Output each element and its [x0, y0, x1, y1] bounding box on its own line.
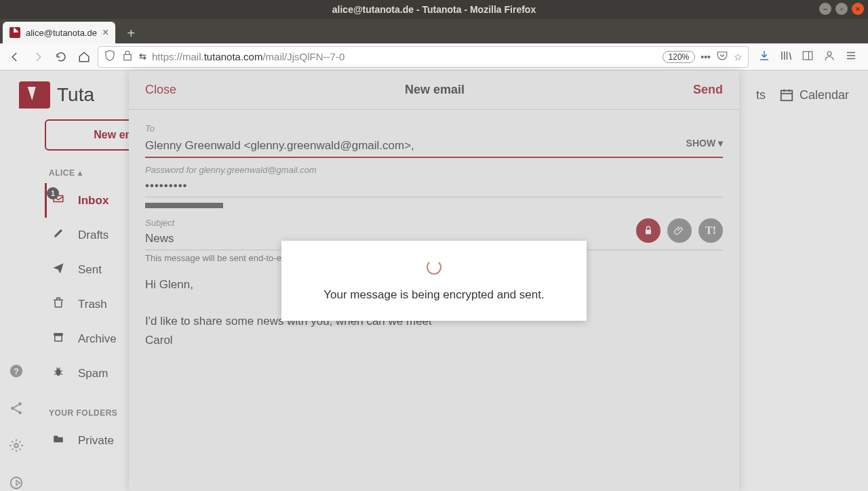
minimize-button[interactable]: –: [819, 3, 831, 15]
toolbar-right: [753, 50, 863, 64]
folder-label: Drafts: [78, 229, 108, 242]
paper-plane-icon: [52, 262, 67, 277]
home-button[interactable]: [75, 47, 94, 66]
library-icon[interactable]: [780, 50, 792, 64]
unread-badge: 1: [47, 187, 59, 199]
bookmark-star-icon[interactable]: ☆: [734, 52, 743, 62]
logo-text: Tuta: [57, 84, 94, 106]
lock-icon[interactable]: [121, 50, 134, 64]
svg-rect-12: [55, 336, 62, 341]
app-logo[interactable]: Tuta: [19, 81, 94, 109]
svg-rect-3: [781, 91, 793, 101]
url-text: https://mail.tutanota.com/mail/JjsQlFN--…: [152, 51, 344, 62]
browser-toolbar: ⇆ https://mail.tutanota.com/mail/JjsQlFN…: [0, 43, 868, 71]
svg-point-9: [14, 444, 18, 448]
calendar-link[interactable]: Calendar: [779, 87, 849, 102]
folder-label: Trash: [78, 298, 107, 311]
forward-button[interactable]: [28, 47, 47, 66]
share-icon[interactable]: [9, 401, 24, 419]
new-tab-button[interactable]: +: [121, 23, 141, 43]
settings-gear-icon[interactable]: [9, 438, 24, 456]
logout-icon[interactable]: [9, 475, 24, 491]
sending-dialog: Your message is being encrypted and sent…: [281, 241, 587, 321]
folder-icon: [52, 433, 67, 448]
zoom-badge[interactable]: 120%: [663, 51, 696, 63]
chevron-up-icon: ▴: [78, 168, 83, 178]
back-button[interactable]: [5, 47, 24, 66]
tab-title: alice@tutanota.de: [26, 28, 97, 38]
page-actions-icon[interactable]: •••: [701, 52, 711, 62]
close-window-button[interactable]: ×: [852, 3, 864, 15]
window-controls: – ▫ ×: [819, 3, 864, 15]
app-page: Tuta ts Calendar ?: [0, 71, 868, 491]
sidebar-toggle-icon[interactable]: [802, 50, 814, 64]
svg-text:?: ?: [14, 366, 19, 376]
pocket-icon[interactable]: [716, 50, 728, 64]
sending-message: Your message is being encrypted and sent…: [300, 288, 568, 302]
tab-favicon: [9, 27, 20, 38]
downloads-icon[interactable]: [758, 50, 770, 64]
shield-icon[interactable]: [104, 50, 116, 64]
contacts-link[interactable]: ts: [756, 88, 766, 102]
folder-label: Spam: [78, 367, 108, 380]
reload-button[interactable]: [52, 47, 71, 66]
trash-icon: [52, 296, 67, 312]
compose-modal: Close New email Send To Glenny Greenwald…: [129, 71, 739, 491]
archive-icon: [52, 331, 67, 347]
url-bar[interactable]: ⇆ https://mail.tutanota.com/mail/JjsQlFN…: [98, 46, 749, 68]
tab-strip: alice@tutanota.de × +: [0, 19, 868, 43]
maximize-button[interactable]: ▫: [835, 3, 848, 15]
svg-rect-1: [803, 52, 812, 60]
folder-label: Archive: [78, 332, 117, 346]
menu-icon[interactable]: [845, 50, 857, 64]
logo-mark-icon: [19, 81, 50, 109]
bug-icon: [52, 366, 67, 381]
spinner-icon: [427, 260, 441, 275]
window-title: alice@tutanota.de - Tutanota - Mozilla F…: [332, 4, 536, 15]
svg-rect-0: [124, 55, 132, 60]
folder-label: Private: [78, 434, 114, 448]
permissions-icon[interactable]: ⇆: [139, 52, 146, 62]
browser-tab[interactable]: alice@tutanota.de ×: [3, 22, 115, 43]
folder-label: Inbox: [78, 194, 108, 208]
svg-point-2: [827, 52, 831, 56]
svg-point-13: [56, 369, 61, 376]
os-titlebar: alice@tutanota.de - Tutanota - Mozilla F…: [0, 0, 868, 19]
left-gutter: ?: [0, 119, 33, 491]
folder-label: Sent: [78, 263, 102, 277]
tab-close-icon[interactable]: ×: [102, 26, 108, 39]
header-nav: ts Calendar: [756, 87, 849, 102]
pencil-icon: [52, 227, 67, 243]
help-icon[interactable]: ?: [9, 364, 24, 382]
account-icon[interactable]: [823, 50, 835, 64]
